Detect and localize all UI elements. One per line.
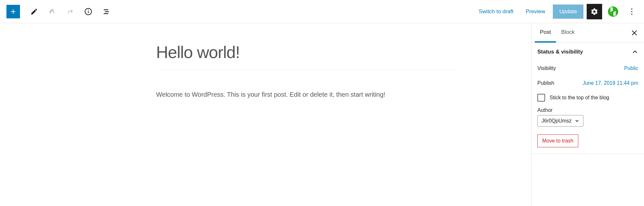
editor-toolbar: Switch to draft Preview Update (0, 0, 644, 23)
toolbar-left (6, 4, 114, 19)
post-body[interactable]: Welcome to WordPress. This is your first… (156, 89, 459, 100)
redo-icon (66, 8, 74, 15)
chevron-up-icon (632, 49, 638, 55)
publish-row: Publish June 17, 2019 11:44 pm (537, 76, 638, 91)
sticky-row: Stick to the top of the blog (537, 91, 638, 107)
outline-button[interactable] (99, 4, 114, 19)
publish-value[interactable]: June 17, 2019 11:44 pm (582, 80, 638, 86)
move-to-trash-button[interactable]: Move to trash (537, 134, 578, 147)
info-icon (84, 8, 92, 15)
editor-area: Hello world! Welcome to WordPress. This … (0, 23, 531, 206)
visibility-label: Visibility (537, 65, 556, 71)
post-title[interactable]: Hello world! (156, 43, 459, 70)
jetpack-icon (608, 6, 618, 17)
more-options-button[interactable] (624, 4, 639, 19)
svg-rect-2 (88, 10, 89, 10)
gear-icon (591, 8, 598, 15)
author-select[interactable]: J6r0QpUmsz (537, 115, 583, 127)
tab-block[interactable]: Block (556, 23, 580, 43)
panel-body-status: Visibility Public Publish June 17, 2019 … (532, 61, 644, 154)
redo-button[interactable] (62, 4, 78, 19)
update-button[interactable]: Update (553, 5, 583, 19)
pencil-icon (30, 8, 38, 15)
panel-status-visibility: Status & visibility Visibility Public Pu… (532, 43, 644, 154)
info-button[interactable] (81, 4, 96, 19)
kebab-dot (631, 11, 632, 12)
kebab-dot (631, 8, 632, 10)
kebab-dot (631, 14, 632, 15)
close-icon (631, 30, 637, 36)
sticky-checkbox[interactable] (537, 94, 545, 102)
sidebar-tabs: Post Block (532, 23, 644, 43)
switch-to-draft-button[interactable]: Switch to draft (474, 5, 518, 18)
close-sidebar-button[interactable] (628, 26, 641, 39)
undo-button[interactable] (44, 4, 60, 19)
svg-rect-3 (104, 9, 108, 10)
visibility-row: Visibility Public (537, 61, 638, 76)
toolbar-right: Switch to draft Preview Update (474, 4, 639, 19)
panel-header-status[interactable]: Status & visibility (532, 43, 644, 61)
settings-sidebar: Post Block Status & visibility Visibilit… (531, 23, 644, 206)
visibility-value[interactable]: Public (624, 65, 638, 71)
main-layout: Hello world! Welcome to WordPress. This … (0, 23, 644, 206)
author-label: Author (537, 107, 638, 113)
plus-icon (9, 8, 17, 15)
svg-rect-5 (104, 13, 108, 14)
add-block-button[interactable] (6, 5, 20, 18)
svg-rect-1 (88, 11, 89, 13)
sticky-label: Stick to the top of the blog (550, 95, 609, 101)
editor-content: Hello world! Welcome to WordPress. This … (156, 43, 459, 206)
author-section: Author J6r0QpUmsz (537, 107, 638, 127)
settings-button[interactable] (587, 4, 602, 19)
publish-label: Publish (537, 80, 554, 86)
preview-button[interactable]: Preview (521, 5, 550, 18)
tab-post[interactable]: Post (535, 23, 556, 43)
edit-mode-button[interactable] (26, 4, 42, 19)
chevron-down-icon (575, 119, 579, 123)
jetpack-button[interactable] (605, 4, 621, 19)
svg-rect-4 (105, 11, 109, 12)
undo-icon (48, 8, 56, 15)
panel-title: Status & visibility (537, 49, 583, 55)
outline-icon (102, 8, 110, 15)
author-value: J6r0QpUmsz (542, 118, 572, 124)
